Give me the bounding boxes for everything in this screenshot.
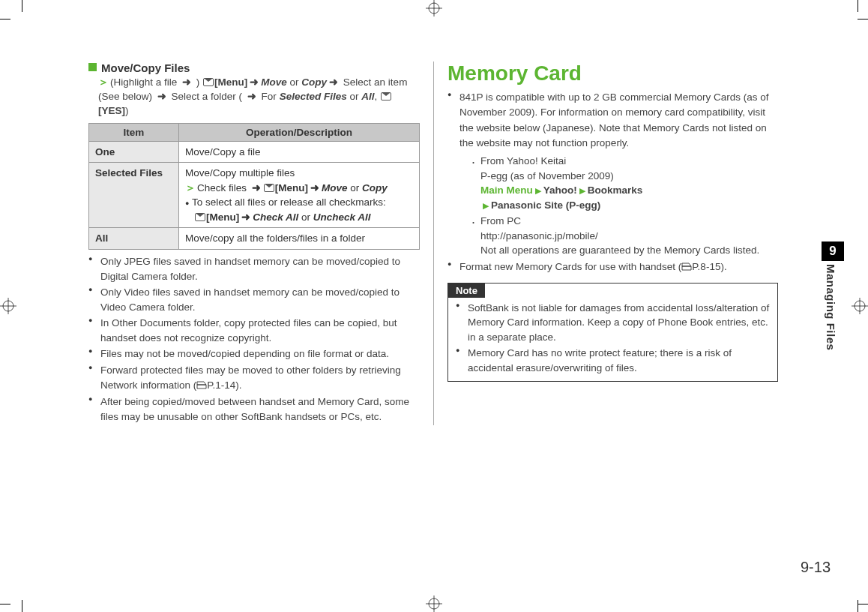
chevron-right-icon: ＞ bbox=[185, 182, 197, 194]
crop-mark bbox=[858, 0, 858, 12]
crop-mark bbox=[22, 0, 22, 12]
notes-list: Only JPEG files saved in handset memory … bbox=[88, 254, 420, 424]
registration-mark-icon bbox=[426, 0, 442, 16]
table-row: One Move/Copy a file bbox=[89, 141, 420, 163]
section-heading: Move/Copy Files bbox=[88, 62, 420, 74]
note-list: SoftBank is not liable for damages from … bbox=[456, 301, 770, 376]
page-title: Memory Card bbox=[447, 62, 778, 86]
row-desc: Move/Copy multiple files ＞Check files ➜[… bbox=[179, 163, 420, 228]
triangle-right-icon: ▶ bbox=[577, 186, 588, 195]
crop-mark bbox=[858, 19, 868, 20]
sub-item: From Yahoo! Keitai P-egg (as of November… bbox=[473, 154, 778, 212]
note-box: Note SoftBank is not liable for damages … bbox=[447, 283, 778, 382]
page-number: 9-13 bbox=[801, 559, 831, 576]
registration-mark-icon bbox=[0, 298, 16, 314]
row-label: Selected Files bbox=[89, 163, 179, 228]
registration-mark-icon bbox=[426, 596, 442, 612]
list-item: SoftBank is not liable for damages from … bbox=[456, 301, 770, 345]
crop-mark bbox=[858, 600, 858, 612]
list-item: Only JPEG files saved in handset memory … bbox=[88, 254, 420, 284]
th-item: Item bbox=[89, 123, 179, 141]
envelope-icon bbox=[264, 184, 274, 192]
triangle-right-icon: ▶ bbox=[533, 186, 543, 195]
memory-list: 841P is compatible with up to 2 GB comme… bbox=[447, 90, 778, 275]
page-body: Move/Copy Files ＞(Highlight a file ➜ ) [… bbox=[88, 62, 808, 572]
envelope-icon bbox=[381, 92, 391, 100]
crop-mark bbox=[858, 604, 868, 604]
chapter-number: 9 bbox=[822, 242, 844, 261]
table-row: Selected Files Move/Copy multiple files … bbox=[89, 163, 420, 228]
th-operation: Operation/Description bbox=[179, 123, 420, 141]
page-ref-icon bbox=[196, 379, 207, 394]
list-item: Memory Card has no write protect feature… bbox=[456, 346, 770, 375]
list-item: Format new Memory Cards for use with han… bbox=[447, 260, 778, 275]
row-label: One bbox=[89, 141, 179, 163]
crop-mark bbox=[0, 19, 10, 20]
list-item: Files may not be moved/copied depending … bbox=[88, 346, 420, 362]
crop-mark bbox=[0, 604, 10, 604]
operation-table: Item Operation/Description One Move/Copy… bbox=[88, 123, 420, 250]
side-tab: 9 Managing Files bbox=[822, 242, 844, 350]
list-item: 841P is compatible with up to 2 GB comme… bbox=[447, 90, 778, 258]
note-label: Note bbox=[448, 284, 485, 298]
chapter-label: Managing Files bbox=[825, 264, 837, 350]
sub-list: From Yahoo! Keitai P-egg (as of November… bbox=[473, 154, 778, 258]
page-ref-icon bbox=[681, 260, 692, 275]
list-item: Only Video files saved in handset memory… bbox=[88, 285, 420, 314]
row-desc: Move/copy all the folders/files in a fol… bbox=[179, 228, 420, 250]
procedure-text: ＞(Highlight a file ➜ ) [Menu]➜Move or Co… bbox=[98, 76, 420, 118]
envelope-icon bbox=[203, 78, 214, 86]
envelope-icon bbox=[195, 213, 205, 221]
chevron-right-icon: ＞ bbox=[98, 76, 110, 88]
crop-mark bbox=[22, 600, 22, 612]
list-item: After being copied/moved between handset… bbox=[88, 394, 420, 424]
registration-mark-icon bbox=[852, 298, 868, 314]
list-item: Forward protected files may be moved to … bbox=[88, 363, 420, 393]
table-row: All Move/copy all the folders/files in a… bbox=[89, 228, 420, 250]
row-label: All bbox=[89, 228, 179, 250]
sub-item: From PC http://panasonic.jp/mobile/ Not … bbox=[473, 214, 778, 258]
left-column: Move/Copy Files ＞(Highlight a file ➜ ) [… bbox=[88, 62, 433, 425]
row-desc: Move/Copy a file bbox=[179, 141, 420, 163]
square-bullet-icon bbox=[88, 63, 97, 71]
right-column: Memory Card 841P is compatible with up t… bbox=[433, 62, 778, 425]
heading-text: Move/Copy Files bbox=[101, 62, 190, 74]
triangle-right-icon: ▶ bbox=[480, 201, 491, 210]
list-item: In Other Documents folder, copy protecte… bbox=[88, 316, 420, 345]
